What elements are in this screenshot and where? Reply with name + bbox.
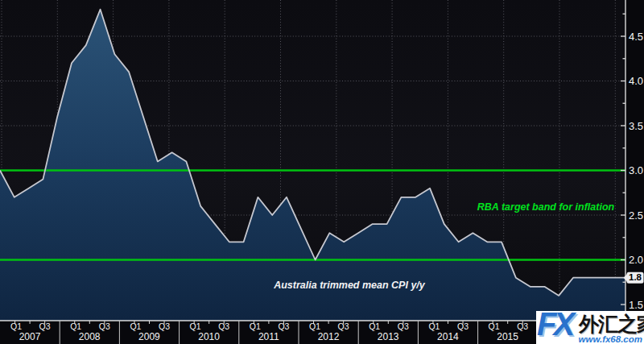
y-axis-labels: 4.54.03.53.02.52.01.5 <box>629 31 643 311</box>
x-year-label: 2013 <box>378 331 399 342</box>
x-quarter-label: Q3 <box>338 321 349 331</box>
x-quarter-label: Q3 <box>159 321 170 331</box>
target-band-annotation: RBA target band for inflation <box>477 201 615 213</box>
fx68-watermark-logo: FX 外汇之家 www.fx68.com <box>536 311 644 344</box>
series-title-annotation: Australia trimmed mean CPI y/y <box>273 280 426 291</box>
x-quarter-label: Q1 <box>130 321 141 331</box>
x-quarter-label: Q3 <box>99 321 110 331</box>
y-tick-label: 4.5 <box>629 31 643 43</box>
y-tick-label: 2.0 <box>629 254 643 266</box>
logo-fx-letters: FX <box>537 311 572 342</box>
x-quarter-label: Q1 <box>190 321 201 331</box>
logo-website-url: www.fx68.com <box>579 334 642 344</box>
x-axis-labels: Q1Q32007Q1Q32008Q1Q32009Q1Q32010Q1Q32011… <box>10 321 588 342</box>
badge-value: 1.8 <box>629 272 642 282</box>
x-year-label: 2008 <box>79 331 101 342</box>
x-quarter-label: Q1 <box>489 321 500 331</box>
y-tick-label: 3.5 <box>629 120 643 132</box>
x-year-label: 2014 <box>437 331 459 342</box>
x-year-label: 2011 <box>258 331 279 342</box>
x-year-label: 2012 <box>318 331 340 342</box>
x-quarter-label: Q3 <box>278 321 289 331</box>
x-quarter-label: Q3 <box>218 321 229 331</box>
cpi-chart-window: Q1Q32007Q1Q32008Q1Q32009Q1Q32010Q1Q32011… <box>0 0 644 344</box>
current-value-badge: 1.8 <box>624 272 644 284</box>
x-quarter-label: Q1 <box>309 321 320 331</box>
x-quarter-label: Q3 <box>398 321 409 331</box>
x-year-label: 2009 <box>138 331 160 342</box>
y-tick-label: 2.5 <box>629 209 643 222</box>
x-quarter-label: Q3 <box>457 321 469 331</box>
y-tick-label: 4.0 <box>629 75 643 87</box>
y-tick-label: 1.5 <box>629 299 643 311</box>
x-quarter-label: Q1 <box>369 321 380 331</box>
x-year-label: 2015 <box>497 331 518 342</box>
x-quarter-label: Q3 <box>39 321 51 331</box>
y-tick-label: 3.0 <box>629 164 643 176</box>
x-year-label: 2007 <box>19 331 41 342</box>
x-quarter-label: Q1 <box>70 321 81 331</box>
x-quarter-label: Q1 <box>10 321 22 331</box>
cpi-area-chart: Q1Q32007Q1Q32008Q1Q32009Q1Q32010Q1Q32011… <box>0 0 644 344</box>
x-quarter-label: Q3 <box>517 321 528 331</box>
x-quarter-label: Q1 <box>250 321 261 331</box>
x-year-label: 2010 <box>198 331 220 342</box>
x-quarter-label: Q1 <box>428 321 440 331</box>
